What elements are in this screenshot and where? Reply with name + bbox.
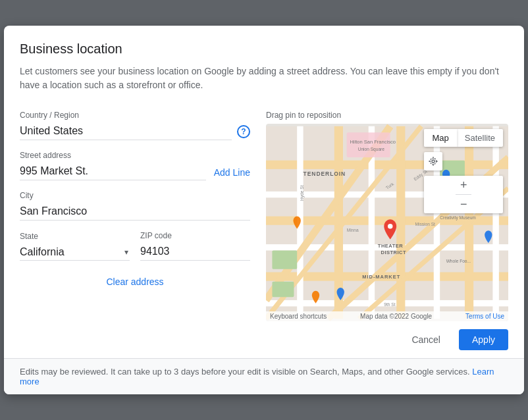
country-input-wrap <box>20 122 232 140</box>
map-controls: Map Satellite + <box>424 129 503 213</box>
modal-title: Business location <box>20 41 508 57</box>
help-icon[interactable]: ? <box>237 125 250 138</box>
modal-footer: Cancel Apply <box>4 321 524 358</box>
city-input[interactable] <box>20 203 250 221</box>
zoom-controls: + − <box>424 176 503 213</box>
apply-button[interactable]: Apply <box>459 329 508 350</box>
country-label: Country / Region <box>20 111 250 120</box>
location-icon <box>428 156 438 167</box>
svg-text:Hilton San Francisco: Hilton San Francisco <box>350 139 395 145</box>
satellite-view-button[interactable]: Satellite <box>457 129 503 147</box>
country-row: ? <box>20 122 250 140</box>
state-wrap: State California New York Texas ▾ <box>20 232 130 261</box>
svg-point-41 <box>431 158 436 164</box>
svg-text:TENDERLOIN: TENDERLOIN <box>304 171 346 177</box>
zip-label: ZIP code <box>140 231 250 240</box>
terms-of-use[interactable]: Terms of Use <box>465 313 504 320</box>
zoom-in-button[interactable]: + <box>454 176 473 194</box>
street-input[interactable] <box>20 163 206 180</box>
business-location-modal: Business location Let customers see your… <box>4 26 524 394</box>
modal-description: Let customers see your business location… <box>20 65 508 92</box>
map-container: Hilton San Francisco Union Square TENDER… <box>266 124 508 321</box>
svg-point-40 <box>432 160 435 163</box>
state-label: State <box>20 232 130 241</box>
zoom-out-button[interactable]: − <box>454 195 473 213</box>
svg-text:Union Square: Union Square <box>358 147 385 152</box>
map-visual[interactable]: Hilton San Francisco Union Square TENDER… <box>266 124 508 321</box>
svg-text:Hyde St: Hyde St <box>300 185 305 201</box>
add-line-button[interactable]: Add Line <box>214 167 250 178</box>
modal-content: Country / Region ? Street address <box>4 100 524 321</box>
svg-rect-20 <box>272 282 294 298</box>
street-input-wrap <box>20 163 206 180</box>
city-group: City <box>20 191 250 221</box>
svg-text:MID-MARKET: MID-MARKET <box>362 274 400 280</box>
svg-point-39 <box>388 224 393 229</box>
street-row: Add Line <box>20 163 250 180</box>
map-section: Drag pin to reposition <box>266 111 508 321</box>
state-select[interactable]: California New York Texas <box>20 244 130 261</box>
my-location-button[interactable] <box>424 152 442 171</box>
svg-rect-19 <box>272 250 297 269</box>
country-input[interactable] <box>20 122 232 140</box>
modal-header: Business location Let customers see your… <box>4 26 524 100</box>
modal-body: Business location Let customers see your… <box>4 26 524 358</box>
svg-text:Mission St: Mission St <box>415 222 435 226</box>
zip-input[interactable] <box>140 243 250 261</box>
city-label: City <box>20 191 250 200</box>
map-label: Drag pin to reposition <box>266 111 508 120</box>
svg-text:THEATER: THEATER <box>378 243 403 249</box>
street-label: Street address <box>20 151 250 160</box>
bottom-notice: Edits may be reviewed. It can take up to… <box>4 358 524 394</box>
clear-address-button[interactable]: Clear address <box>20 276 250 287</box>
svg-text:DISTRICT: DISTRICT <box>381 249 407 255</box>
country-group: Country / Region ? <box>20 111 250 140</box>
zip-wrap: ZIP code <box>140 231 250 261</box>
street-group: Street address Add Line <box>20 151 250 180</box>
notice-text: Edits may be reviewed. It can take up to… <box>20 367 470 377</box>
cancel-button[interactable]: Cancel <box>398 329 454 350</box>
map-view-button[interactable]: Map <box>424 129 456 147</box>
svg-text:9th St: 9th St <box>384 302 395 307</box>
map-attribution: Keyboard shortcuts Map data ©2022 Google… <box>266 311 508 321</box>
state-zip-row: State California New York Texas ▾ ZIP co… <box>20 231 250 261</box>
state-zip-group: State California New York Texas ▾ ZIP co… <box>20 231 250 261</box>
map-type-toggle: Map Satellite <box>424 129 503 147</box>
map-data-credit: Map data ©2022 Google <box>360 313 432 320</box>
keyboard-shortcuts: Keyboard shortcuts <box>270 313 327 320</box>
form-section: Country / Region ? Street address <box>20 111 250 321</box>
svg-text:Whole Foo...: Whole Foo... <box>446 259 471 263</box>
svg-text:Minna: Minna <box>347 228 359 232</box>
svg-text:Creativity Museum: Creativity Museum <box>440 215 476 221</box>
